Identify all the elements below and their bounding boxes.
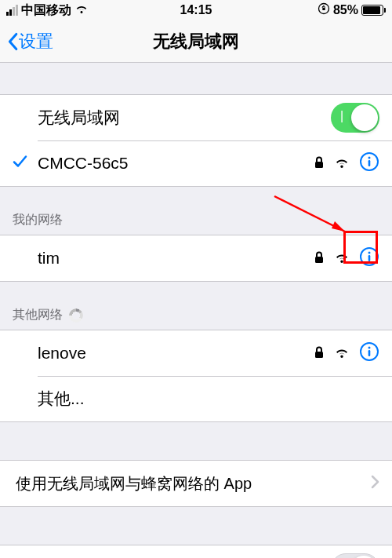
lock-icon bbox=[314, 344, 325, 363]
rotation-lock-icon bbox=[318, 2, 330, 18]
wlan-group: 无线局域网 CMCC-56c5 bbox=[0, 94, 392, 187]
wifi-status-icon bbox=[74, 3, 89, 17]
wifi-icon bbox=[334, 154, 350, 173]
wlan-toggle[interactable] bbox=[331, 103, 379, 133]
svg-rect-1 bbox=[322, 8, 325, 10]
wapi-group: 启用 WAPI bbox=[0, 545, 392, 558]
wapi-row: 启用 WAPI bbox=[0, 545, 392, 558]
my-networks-group: tim bbox=[0, 235, 392, 282]
other-networks-group: lenove 其他... bbox=[0, 330, 392, 422]
lock-icon bbox=[314, 154, 325, 173]
svg-rect-10 bbox=[315, 352, 323, 358]
wapi-toggle[interactable] bbox=[331, 553, 379, 558]
signal-bars-icon bbox=[6, 5, 18, 16]
loading-spinner-icon bbox=[69, 308, 83, 323]
battery-percent: 85% bbox=[333, 3, 358, 17]
network-name: tim bbox=[38, 249, 314, 268]
back-label: 设置 bbox=[19, 30, 53, 53]
svg-point-12 bbox=[368, 346, 371, 348]
nav-bar: 设置 无线局域网 bbox=[0, 20, 392, 63]
apps-using-label: 使用无线局域网与蜂窝网络的 App bbox=[16, 473, 370, 494]
other-networks-header-label: 其他网络 bbox=[13, 307, 63, 323]
svg-point-8 bbox=[368, 251, 371, 253]
network-row-tim[interactable]: tim bbox=[0, 235, 392, 281]
wlan-toggle-row: 无线局域网 bbox=[0, 95, 392, 140]
checkmark-icon bbox=[11, 153, 28, 174]
wifi-icon bbox=[334, 249, 350, 268]
info-icon[interactable] bbox=[359, 341, 379, 366]
chevron-right-icon bbox=[370, 474, 379, 493]
wlan-toggle-label: 无线局域网 bbox=[38, 107, 331, 129]
connected-network-row[interactable]: CMCC-56c5 bbox=[0, 140, 392, 186]
info-icon[interactable] bbox=[359, 246, 379, 271]
page-title: 无线局域网 bbox=[0, 30, 392, 53]
svg-rect-2 bbox=[315, 162, 323, 168]
back-button[interactable]: 设置 bbox=[0, 30, 53, 53]
svg-rect-6 bbox=[315, 257, 323, 263]
network-row-other[interactable]: 其他... bbox=[0, 376, 392, 421]
status-bar: 中国移动 14:15 85% bbox=[0, 0, 392, 20]
apps-group: 使用无线局域网与蜂窝网络的 App bbox=[0, 460, 392, 507]
lock-icon bbox=[314, 249, 325, 268]
my-networks-header: 我的网络 bbox=[0, 212, 392, 235]
chevron-left-icon bbox=[6, 32, 19, 51]
apps-using-wlan-row[interactable]: 使用无线局域网与蜂窝网络的 App bbox=[0, 461, 392, 506]
network-name: lenove bbox=[38, 344, 314, 363]
svg-point-4 bbox=[368, 156, 371, 159]
svg-rect-13 bbox=[368, 350, 371, 356]
info-icon[interactable] bbox=[359, 151, 379, 176]
carrier-label: 中国移动 bbox=[21, 2, 71, 19]
other-networks-header: 其他网络 bbox=[0, 307, 392, 330]
svg-rect-9 bbox=[368, 255, 371, 261]
network-row-lenove[interactable]: lenove bbox=[0, 330, 392, 376]
wifi-icon bbox=[334, 344, 350, 363]
svg-rect-5 bbox=[368, 160, 371, 166]
network-name: 其他... bbox=[38, 388, 379, 410]
battery-icon bbox=[361, 5, 386, 16]
connected-network-name: CMCC-56c5 bbox=[38, 154, 314, 173]
